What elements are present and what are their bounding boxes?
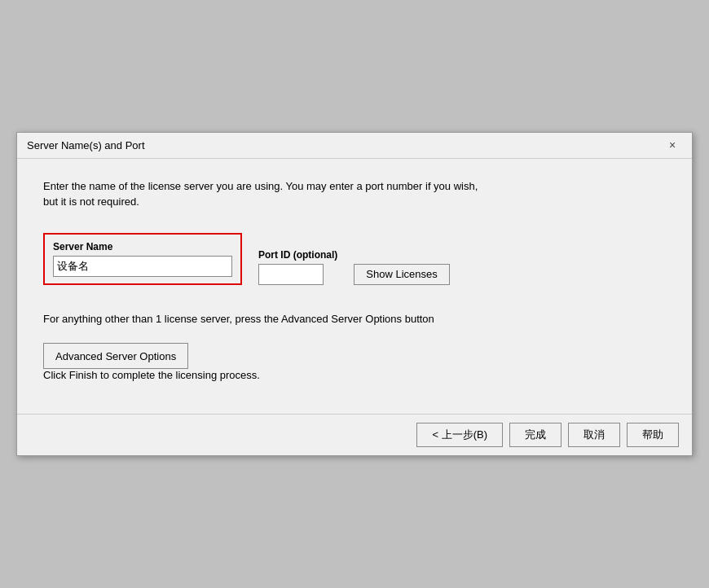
port-input[interactable] [258,264,324,285]
dialog-window: Server Name(s) and Port × Enter the name… [16,132,693,457]
description-text: Enter the name of the license server you… [43,178,666,210]
form-section: Server Name Port ID (optional) Show Lice… [43,233,666,285]
finish-text: Click Finish to complete the licensing p… [43,369,666,381]
dialog-title: Server Name(s) and Port [27,139,145,151]
port-label: Port ID (optional) [258,249,337,261]
back-button[interactable]: < 上一步(B) [416,423,503,447]
help-button[interactable]: 帮助 [627,423,679,447]
cancel-button[interactable]: 取消 [568,423,620,447]
hint-text: For anything other than 1 license server… [43,311,666,327]
close-button[interactable]: × [663,135,682,155]
server-name-group: Server Name [43,233,242,285]
show-licenses-button[interactable]: Show Licenses [354,264,449,285]
title-bar: Server Name(s) and Port × [17,133,692,159]
server-name-input[interactable] [53,256,232,277]
server-name-label: Server Name [53,241,232,252]
finish-button[interactable]: 完成 [509,423,561,447]
port-field-group: Port ID (optional) [258,249,337,285]
dialog-footer: < 上一步(B) 完成 取消 帮助 [17,414,692,455]
dialog-content: Enter the name of the license server you… [17,159,692,415]
close-icon: × [669,138,676,151]
advanced-server-options-button[interactable]: Advanced Server Options [43,343,188,369]
